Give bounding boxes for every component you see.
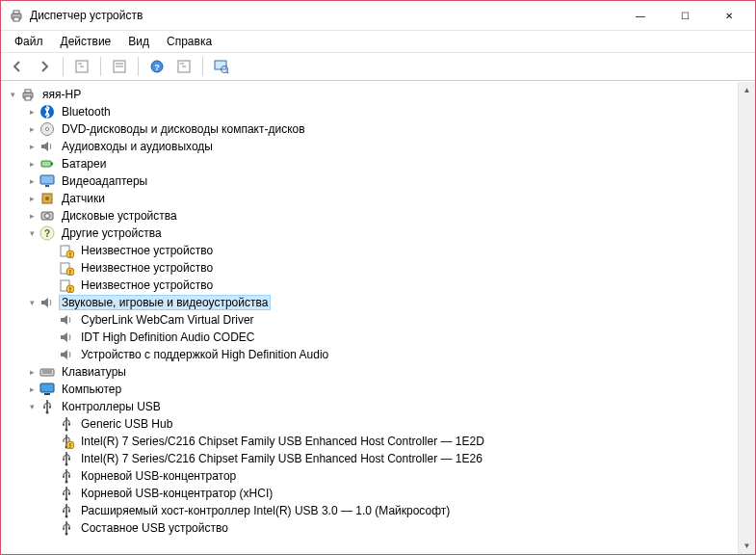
sensor-icon [39,191,55,206]
node-device[interactable]: Корневой USB-концентратор [43,467,738,485]
speaker-icon [59,312,74,328]
minimize-button[interactable]: — [618,1,663,30]
usb-icon [59,503,74,518]
options-button[interactable] [171,55,196,78]
help-button[interactable] [144,55,169,78]
scroll-track[interactable] [739,98,755,538]
node-label: Другие устройства [59,225,165,241]
scroll-down-button[interactable]: ▼ [739,538,755,554]
expand-icon[interactable]: ▸ [24,104,39,119]
expand-icon[interactable]: ▸ [24,382,39,397]
usb-icon [59,486,74,501]
node-unknown-device[interactable]: Неизвестное устройство [43,259,738,277]
node-label: Intel(R) 7 Series/C216 Chipset Family US… [78,451,485,466]
node-label: IDT High Definition Audio CODEC [78,330,258,345]
toolbar-separator [202,57,203,76]
node-label: Клавиатуры [59,364,129,380]
show-hide-tree-button[interactable] [69,55,94,78]
tree-container: ▾ яяя-HP ▸Bluetooth ▸DVD-дисководы и дис… [1,81,755,554]
menu-help[interactable]: Справка [159,33,220,50]
node-device[interactable]: Intel(R) 7 Series/C216 Chipset Family US… [43,450,738,467]
node-usb-controllers[interactable]: ▾Контроллеры USB [24,398,738,415]
expand-icon[interactable]: ▸ [24,364,39,380]
node-device[interactable]: Составное USB устройство [43,519,738,537]
node-label: Неизвестное устройство [78,260,216,276]
node-sensors[interactable]: ▸Датчики [24,190,738,207]
node-label: Расширяемый хост-контроллер Intel(R) USB… [78,503,453,518]
node-unknown-device[interactable]: Неизвестное устройство [43,277,738,294]
computer-icon [20,87,36,102]
vertical-scrollbar[interactable]: ▲ ▼ [738,82,755,554]
toolbar [1,52,755,81]
node-audio-io[interactable]: ▸Аудиовходы и аудиовыходы [24,138,738,155]
node-sound-video-game[interactable]: ▾Звуковые, игровые и видеоустройства [24,294,738,311]
node-label: CyberLink WebCam Virtual Driver [78,312,257,328]
collapse-icon[interactable]: ▾ [24,225,39,241]
menu-action[interactable]: Действие [53,33,119,50]
usb-warning-icon [59,434,74,449]
question-icon [39,225,55,241]
node-bluetooth[interactable]: ▸Bluetooth [24,103,738,120]
node-device[interactable]: CyberLink WebCam Virtual Driver [43,311,738,329]
expand-icon[interactable]: ▸ [24,156,39,172]
node-label: Корневой USB-концентратор (xHCI) [78,486,275,501]
titlebar: Диспетчер устройств — ☐ ✕ [1,1,755,30]
node-device[interactable]: IDT High Definition Audio CODEC [43,329,738,346]
back-button[interactable] [5,55,30,78]
node-label: Неизвестное устройство [78,243,216,258]
device-tree[interactable]: ▾ яяя-HP ▸Bluetooth ▸DVD-дисководы и дис… [1,82,738,554]
scroll-up-button[interactable]: ▲ [739,82,755,98]
node-dvd[interactable]: ▸DVD-дисководы и дисководы компакт-диско… [24,120,738,138]
node-label: Bluetooth [59,104,114,119]
maximize-button[interactable]: ☐ [663,1,707,30]
window-title: Диспетчер устройств [30,9,143,22]
node-batteries[interactable]: ▸Батареи [24,155,738,172]
expand-icon[interactable]: ▸ [24,139,39,154]
toolbar-separator [63,57,64,76]
expand-icon[interactable]: ▸ [24,208,39,224]
disk-icon [39,208,55,224]
usb-icon [59,520,74,536]
close-button[interactable]: ✕ [707,1,751,30]
node-label: Неизвестное устройство [78,278,216,293]
keyboard-icon [39,364,55,380]
collapse-icon[interactable]: ▾ [5,87,20,102]
node-device[interactable]: Расширяемый хост-контроллер Intel(R) USB… [43,502,738,519]
monitor-icon [39,382,55,397]
node-label: Составное USB устройство [78,520,231,536]
app-icon [9,8,24,23]
menu-view[interactable]: Вид [120,33,157,50]
node-keyboards[interactable]: ▸Клавиатуры [24,363,738,381]
properties-button[interactable] [107,55,132,78]
node-label: Устройство с поддержкой High Definition … [78,347,331,362]
node-device[interactable]: Intel(R) 7 Series/C216 Chipset Family US… [43,433,738,450]
node-device[interactable]: Generic USB Hub [43,415,738,433]
node-disk-drives[interactable]: ▸Дисковые устройства [24,207,738,225]
speaker-icon [39,295,55,310]
expand-icon[interactable]: ▸ [24,173,39,189]
expand-icon[interactable]: ▸ [24,191,39,206]
menu-file[interactable]: Файл [7,33,51,50]
node-label: Generic USB Hub [78,416,175,432]
node-video-adapters[interactable]: ▸Видеоадаптеры [24,172,738,190]
scan-hardware-button[interactable] [209,55,234,78]
node-device[interactable]: Корневой USB-концентратор (xHCI) [43,485,738,502]
toolbar-separator [100,57,101,76]
node-label: Батареи [59,156,109,172]
toolbar-separator [138,57,139,76]
forward-button[interactable] [32,55,57,78]
node-unknown-device[interactable]: Неизвестное устройство [43,242,738,259]
node-label: Контроллеры USB [59,399,164,414]
usb-icon [39,399,55,414]
node-other-devices[interactable]: ▾Другие устройства [24,225,738,242]
node-device[interactable]: Устройство с поддержкой High Definition … [43,346,738,363]
unknown-warning-icon [59,243,74,258]
speaker-icon [59,330,74,345]
expand-icon[interactable]: ▸ [24,121,39,137]
usb-icon [59,451,74,466]
collapse-icon[interactable]: ▾ [24,295,39,310]
collapse-icon[interactable]: ▾ [24,399,39,414]
node-label: Дисковые устройства [59,208,180,224]
tree-root-node[interactable]: ▾ яяя-HP [5,86,738,103]
node-computer[interactable]: ▸Компьютер [24,381,738,398]
